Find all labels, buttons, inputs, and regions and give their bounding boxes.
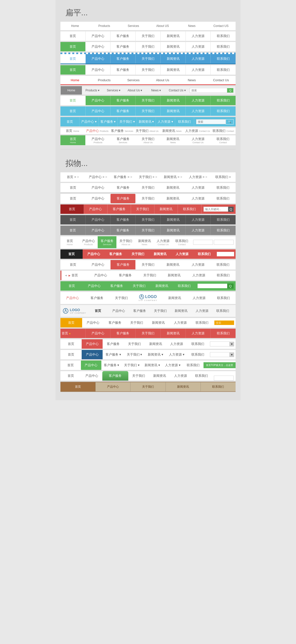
nav-r11-about[interactable]: 关于我们 [128, 281, 150, 291]
nav-r5-home[interactable]: 首页 [60, 215, 86, 224]
nav-10-home[interactable]: 首页 [60, 117, 79, 126]
nav-5-hr[interactable]: 人力资源 [186, 65, 211, 74]
nav-r20-services[interactable]: 关于我们 [130, 382, 166, 392]
nav-r6-services[interactable]: 客户服务 [110, 226, 136, 235]
nav-10-about[interactable]: 关于我们 ▾ [118, 117, 137, 126]
nav-9-home[interactable]: 首页 [60, 106, 86, 116]
nav-r10-news[interactable]: 新闻资讯 [162, 271, 187, 280]
nav-r19-services[interactable]: 客户服务 [102, 371, 128, 380]
nav-r4-search-btn[interactable]: Q [228, 207, 234, 212]
nav-11-home[interactable]: 首页 Home [60, 128, 85, 134]
nav-r13-products[interactable]: 产品中心 [108, 306, 129, 316]
nav-2-about[interactable]: 关于我们 [136, 31, 161, 41]
nav-r16-search-input[interactable] [210, 342, 230, 346]
nav-7-search-input[interactable] [190, 88, 227, 93]
nav-r3-contact[interactable]: 联系我们 [211, 194, 236, 203]
nav-r18-hr[interactable]: 人力资源 ▾ [163, 360, 183, 370]
nav-7-products[interactable]: Products ▾ [82, 86, 103, 94]
nav-8-services[interactable]: 客户服务 [110, 96, 136, 105]
nav-r12-home[interactable]: 产品中心 [60, 293, 85, 303]
nav-6-news[interactable]: News [177, 76, 206, 84]
nav-r2-products[interactable]: 产品中心 [85, 183, 110, 192]
nav-r18-products[interactable]: 产品中心 [81, 360, 101, 370]
nav-r20-products[interactable]: 产品中心 [95, 382, 130, 392]
nav-r8-home[interactable]: 首页 [60, 250, 83, 259]
nav-r9-products[interactable]: 产品中心 [85, 260, 110, 270]
nav-7-search-btn[interactable]: Q [227, 88, 233, 92]
nav-r20-home[interactable]: 首页 [60, 382, 95, 392]
nav-r7-about[interactable]: 关于我们 About us [116, 236, 135, 248]
nav-r4-search-input[interactable] [204, 207, 228, 212]
nav-7-contact[interactable]: Contact Us ▾ [167, 86, 188, 94]
nav-r2-services[interactable]: 客户服务 [110, 183, 135, 192]
nav-7-about[interactable]: About Us ▾ [124, 86, 146, 94]
nav-11-about[interactable]: 关于我们 About Us [134, 128, 160, 134]
nav-r6-products[interactable]: 产品中心 [86, 226, 111, 235]
nav-5-contact[interactable]: 联系我们 [211, 65, 236, 74]
nav-r4-services[interactable]: 客户服务 [108, 204, 131, 214]
nav-2-services[interactable]: 客户服务 [110, 31, 136, 41]
nav-r11-news[interactable]: 新闻资讯 [150, 281, 173, 291]
nav-5-news[interactable]: 新闻资讯 [161, 65, 186, 74]
nav-10-products[interactable]: 产品中心 ▾ [79, 117, 98, 126]
nav-r11-products[interactable]: 产品中心 [83, 281, 105, 291]
nav-r17-news[interactable]: 新闻资讯 ▾ [145, 350, 166, 359]
nav-6-home[interactable]: Home [60, 76, 89, 85]
nav-r5-products[interactable]: 产品中心 [86, 215, 111, 224]
nav-11-hr[interactable]: 人力资源 Contact Us [184, 128, 211, 134]
nav-r5-services[interactable]: 客户服务 [110, 215, 136, 224]
nav-1-products[interactable]: Products [89, 22, 119, 30]
nav-r15-news[interactable]: 新闻资讯 [161, 329, 186, 338]
nav-1-contact[interactable]: Contact US [207, 22, 236, 30]
nav-r3-about[interactable]: 关于我们 [135, 194, 160, 203]
nav-r7-contact[interactable]: 联系我们 Contact [172, 236, 191, 248]
nav-r3-services[interactable]: 客户服务 [110, 194, 135, 203]
nav-r18-cta[interactable]: 首页TOP级关注，点这里 [204, 362, 236, 368]
nav-8-news[interactable]: 新闻资讯 [161, 96, 186, 105]
nav-8-products[interactable]: 产品中心 [86, 96, 111, 105]
nav-4-services[interactable]: 客户服务 [110, 54, 136, 64]
nav-3-home[interactable]: 首页 [60, 42, 86, 51]
nav-r5-about[interactable]: 关于我们 [136, 215, 161, 224]
nav-r18-contact[interactable]: 联系我们 [183, 360, 204, 370]
nav-r17-services[interactable]: 客户服务 ▾ [103, 350, 124, 359]
nav-r2-news[interactable]: 新闻资讯 [161, 183, 186, 192]
nav-12-about[interactable]: 关于我们 About Us [135, 135, 160, 145]
nav-12-home[interactable]: 首页 Home [60, 135, 85, 145]
nav-11-news[interactable]: 新闻资讯 News [160, 128, 184, 134]
nav-r17-products[interactable]: 产品中心 [82, 350, 103, 359]
nav-r12-services[interactable]: 客户服务 [85, 293, 109, 303]
nav-12-products[interactable]: 产品中心 Products [85, 135, 110, 145]
nav-2-contact[interactable]: 联系我们 [211, 31, 236, 41]
nav-6-services[interactable]: Services [119, 76, 148, 84]
nav-r8-contact[interactable]: 联系我们 [193, 250, 215, 259]
nav-r20-news[interactable]: 联系我们 [201, 382, 236, 392]
nav-r14-contact[interactable]: 联系我们 [191, 318, 213, 328]
nav-r11-hr[interactable]: 联系我们 [173, 281, 195, 291]
nav-r16-products[interactable]: 产品中心 [82, 339, 103, 349]
nav-r15-about[interactable]: 关于我们 [136, 329, 161, 338]
nav-9-contact[interactable]: 联系我们 [211, 106, 236, 116]
nav-r17-home[interactable]: 首页 [60, 350, 82, 359]
nav-r5-hr[interactable]: 人力资源 [186, 215, 211, 224]
nav-4-about[interactable]: 关于我们 [136, 54, 161, 64]
nav-r16-news[interactable]: 新闻资讯 [145, 339, 166, 349]
nav-11-services[interactable]: 客户服务 Services [110, 128, 134, 134]
nav-12-services[interactable]: 客户服务 Services [110, 135, 135, 145]
nav-r9-about[interactable]: 关于我们 [135, 260, 160, 270]
nav-r11-search-input[interactable] [198, 284, 227, 288]
nav-r6-about[interactable]: 关于我们 [136, 226, 161, 235]
nav-r16-contact[interactable]: 联系我们 [187, 339, 208, 349]
nav-4-home[interactable]: 首页 [60, 54, 86, 64]
nav-r1-news[interactable]: 新闻资讯 > [161, 172, 186, 182]
nav-r8-search-input[interactable] [217, 252, 234, 256]
nav-r1-hr[interactable]: 人力资源 > [186, 172, 210, 182]
nav-r10-products[interactable]: 产品中心 [88, 271, 113, 280]
nav-12-contact[interactable]: 联系我们 Contact [211, 135, 236, 145]
nav-r13-home[interactable]: 首页 [88, 306, 108, 316]
nav-r14-home[interactable]: 首页 [60, 318, 82, 328]
nav-r10-home[interactable]: ▶首页 [61, 271, 88, 280]
nav-r8-about[interactable]: 关于我们 [127, 250, 149, 259]
nav-7-home[interactable]: Home [61, 86, 82, 94]
nav-r17-contact[interactable]: 联系我们 [187, 350, 208, 359]
